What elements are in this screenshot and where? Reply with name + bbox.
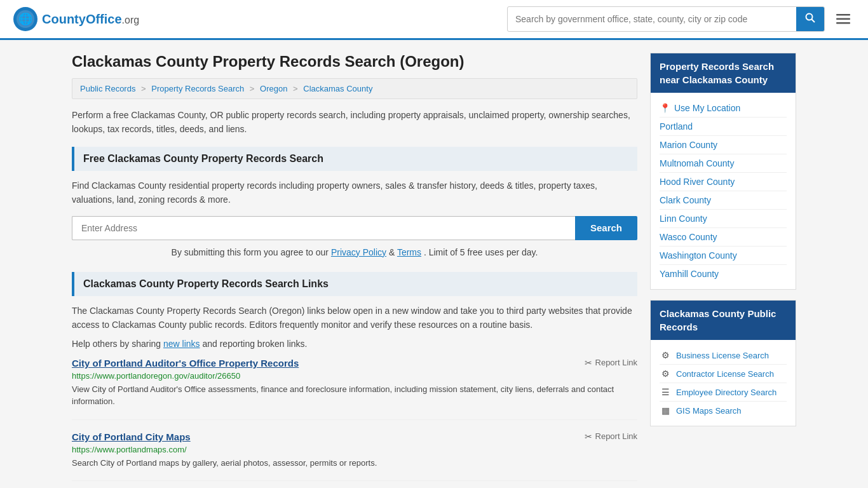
hood-river-link[interactable]: Hood River County (660, 177, 735, 187)
breadcrumb-oregon[interactable]: Oregon (260, 84, 287, 93)
public-records-box: Clackamas County Public Records ⚙ Busine… (650, 300, 796, 426)
employee-directory-link[interactable]: Employee Directory Search (676, 388, 776, 397)
use-my-location[interactable]: 📍 Use My Location (660, 99, 787, 118)
marion-link[interactable]: Marion County (660, 140, 717, 150)
page-container: Clackamas County Property Records Search… (59, 40, 809, 488)
breadcrumb-sep-3: > (293, 84, 298, 93)
sidebar-location-yamhill: Yamhill County (660, 265, 787, 283)
link-url-0: https://www.portlandoregon.gov/auditor/2… (72, 371, 637, 381)
washington-link[interactable]: Washington County (660, 250, 737, 261)
list-icon: ☰ (660, 387, 671, 397)
logo-text: CountyOffice.org (42, 12, 139, 27)
yamhill-link[interactable]: Yamhill County (660, 269, 719, 279)
links-section: Clackamas County Property Records Search… (72, 272, 637, 481)
sidebar-location-marion: Marion County (660, 136, 787, 154)
global-search-button[interactable] (796, 7, 824, 31)
logo-icon: 🌐 (13, 6, 38, 32)
sidebar-gis-maps: ▦ GIS Maps Search (660, 402, 787, 419)
global-search-input[interactable] (508, 9, 796, 29)
free-search-description: Find Clackamas County residential proper… (72, 179, 637, 207)
public-records-content: ⚙ Business License Search ⚙ Contractor L… (651, 340, 796, 426)
global-search (507, 6, 825, 32)
hamburger-menu-button[interactable] (831, 8, 855, 30)
link-desc-0: View City of Portland Auditor's Office a… (72, 383, 637, 408)
grid-icon: ▦ (660, 405, 671, 416)
svg-rect-5 (836, 14, 850, 16)
sidebar-employee-directory: ☰ Employee Directory Search (660, 383, 787, 402)
logo[interactable]: 🌐 CountyOffice.org (13, 6, 139, 32)
portland-link[interactable]: Portland (660, 121, 693, 132)
sidebar-contractor-license: ⚙ Contractor License Search (660, 365, 787, 383)
breadcrumb: Public Records > Property Records Search… (72, 78, 637, 99)
svg-line-4 (812, 20, 815, 23)
link-item: City of Portland Auditor's Office Proper… (72, 358, 637, 420)
gear-icon-2: ⚙ (660, 369, 671, 379)
sidebar-location-washington: Washington County (660, 247, 787, 265)
links-section-header: Clackamas County Property Records Search… (72, 272, 637, 296)
gis-maps-link[interactable]: GIS Maps Search (676, 406, 742, 416)
address-search-form: Search (72, 216, 637, 240)
wasco-link[interactable]: Wasco County (660, 232, 717, 242)
breadcrumb-public-records[interactable]: Public Records (80, 84, 135, 93)
sidebar: Property Records Search near Clackamas C… (650, 53, 796, 488)
free-search-header: Free Clackamas County Property Records S… (72, 147, 637, 171)
address-search-button[interactable]: Search (575, 216, 637, 240)
multnomah-link[interactable]: Multnomah County (660, 158, 735, 168)
help-text: Help others by sharing new links and rep… (72, 339, 637, 349)
hamburger-icon (836, 14, 850, 24)
page-description: Perform a free Clackamas County, OR publ… (72, 108, 637, 137)
sidebar-location-linn: Linn County (660, 210, 787, 228)
report-link-1[interactable]: ✂ Report Link (585, 431, 637, 442)
sidebar-location-hood-river: Hood River County (660, 173, 787, 191)
page-title: Clackamas County Property Records Search… (72, 53, 637, 71)
sidebar-location-multnomah: Multnomah County (660, 154, 787, 173)
address-search-input[interactable] (72, 216, 575, 240)
breadcrumb-sep-2: > (250, 84, 255, 93)
search-icon (805, 13, 815, 23)
svg-point-3 (806, 14, 813, 20)
form-notice: By submitting this form you agree to our… (72, 245, 637, 259)
link-title-1[interactable]: City of Portland City Maps (72, 431, 191, 442)
gear-icon-1: ⚙ (660, 350, 671, 360)
report-icon-1: ✂ (585, 431, 592, 442)
new-links-link[interactable]: new links (163, 339, 200, 349)
nearby-box: Property Records Search near Clackamas C… (650, 53, 796, 290)
links-description: The Clackamas County Property Records Se… (72, 304, 637, 332)
nearby-box-content: 📍 Use My Location Portland Marion County… (651, 93, 796, 289)
svg-text:🌐: 🌐 (18, 12, 33, 26)
sidebar-location-wasco: Wasco County (660, 228, 787, 247)
report-icon-0: ✂ (585, 358, 592, 368)
site-header: 🌐 CountyOffice.org (0, 0, 868, 40)
nearby-box-header: Property Records Search near Clackamas C… (651, 53, 796, 93)
link-desc-1: Search City of Portland maps by gallery,… (72, 457, 637, 470)
sidebar-business-license: ⚙ Business License Search (660, 346, 787, 365)
sidebar-location-portland: Portland (660, 118, 787, 136)
public-records-header: Clackamas County Public Records (651, 301, 796, 340)
clark-link[interactable]: Clark County (660, 195, 711, 205)
privacy-policy-link[interactable]: Privacy Policy (331, 247, 386, 257)
main-content: Clackamas County Property Records Search… (72, 53, 637, 488)
use-location-link[interactable]: Use My Location (674, 103, 740, 113)
contractor-license-link[interactable]: Contractor License Search (676, 369, 774, 379)
breadcrumb-sep-1: > (141, 84, 146, 93)
report-link-0[interactable]: ✂ Report Link (585, 358, 637, 368)
free-search-section: Free Clackamas County Property Records S… (72, 147, 637, 259)
breadcrumb-property-records[interactable]: Property Records Search (151, 84, 244, 93)
link-title-0[interactable]: City of Portland Auditor's Office Proper… (72, 358, 299, 369)
location-pin-icon: 📍 (660, 103, 670, 113)
header-right (507, 6, 855, 32)
linn-link[interactable]: Linn County (660, 214, 707, 224)
terms-link[interactable]: Terms (397, 247, 421, 257)
sidebar-location-clark: Clark County (660, 191, 787, 210)
link-item: City of Portland City Maps ✂ Report Link… (72, 431, 637, 482)
svg-rect-7 (836, 22, 850, 24)
business-license-link[interactable]: Business License Search (676, 351, 769, 360)
breadcrumb-clackamas[interactable]: Clackamas County (303, 84, 372, 93)
svg-rect-6 (836, 18, 850, 20)
link-url-1: https://www.portlandmaps.com/ (72, 445, 637, 454)
